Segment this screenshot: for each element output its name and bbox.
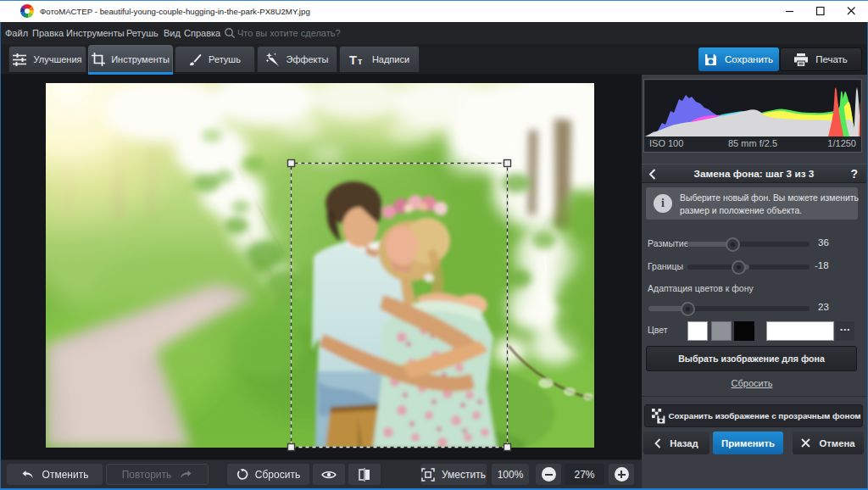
svg-text:T: T [349,53,357,65]
svg-text:т: т [358,56,363,66]
